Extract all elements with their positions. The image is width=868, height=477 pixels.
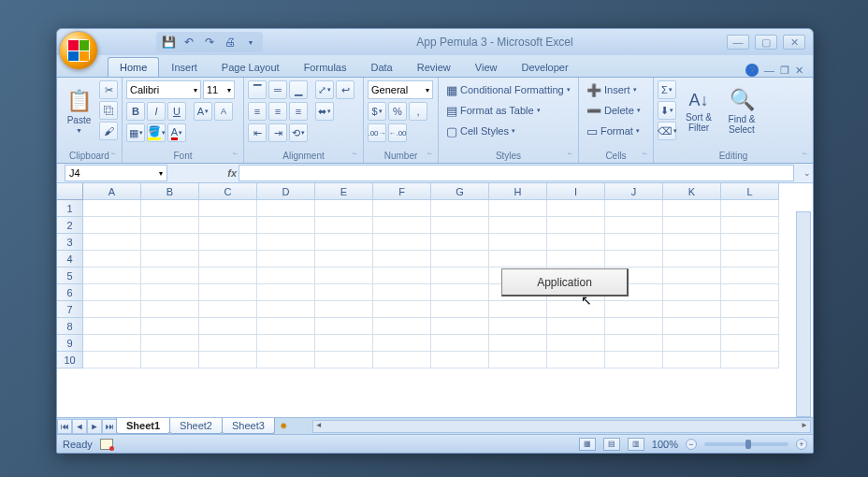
cell[interactable] xyxy=(431,200,489,217)
cell[interactable] xyxy=(605,251,663,267)
borders-button[interactable]: ▦ xyxy=(126,123,145,142)
cell[interactable] xyxy=(141,267,199,284)
row-header[interactable]: 7 xyxy=(57,301,83,318)
cell[interactable] xyxy=(721,217,779,234)
cell[interactable] xyxy=(663,352,721,369)
tab-formulas[interactable]: Formulas xyxy=(292,57,359,77)
cell[interactable] xyxy=(663,234,721,251)
vertical-scrollbar[interactable] xyxy=(796,211,811,417)
cell[interactable] xyxy=(83,335,141,352)
page-break-view-button[interactable]: ▥ xyxy=(628,438,644,451)
tab-review[interactable]: Review xyxy=(405,57,463,77)
cell[interactable] xyxy=(605,352,663,369)
name-box[interactable]: J4▾ xyxy=(65,165,167,181)
cell[interactable] xyxy=(83,234,141,251)
tab-insert[interactable]: Insert xyxy=(159,57,210,77)
cell[interactable] xyxy=(663,217,721,234)
sheet-tab-3[interactable]: Sheet3 xyxy=(222,418,275,434)
cell[interactable] xyxy=(547,251,605,267)
tab-data[interactable]: Data xyxy=(358,57,404,77)
decrease-decimal-button[interactable]: ←.00 xyxy=(388,123,407,142)
cell[interactable] xyxy=(141,200,199,217)
align-top-button[interactable]: ▔ xyxy=(248,80,267,99)
cell[interactable] xyxy=(257,301,315,318)
cell[interactable] xyxy=(489,318,547,335)
cell[interactable] xyxy=(257,234,315,251)
cell[interactable] xyxy=(199,267,257,284)
cell[interactable] xyxy=(547,200,605,217)
prev-sheet-button[interactable]: ◄ xyxy=(72,419,87,434)
redo-icon[interactable]: ↷ xyxy=(203,36,216,49)
first-sheet-button[interactable]: ⏮ xyxy=(57,419,72,434)
shrink-font-button[interactable]: A xyxy=(214,102,233,121)
column-header[interactable]: I xyxy=(547,183,605,200)
tab-developer[interactable]: Developer xyxy=(509,57,580,77)
row-header[interactable]: 2 xyxy=(57,217,83,234)
cell[interactable] xyxy=(257,352,315,369)
cell[interactable] xyxy=(605,301,663,318)
cell[interactable] xyxy=(547,318,605,335)
font-color-button[interactable]: A xyxy=(167,123,186,142)
cell[interactable] xyxy=(199,200,257,217)
cell[interactable] xyxy=(315,251,373,267)
cell[interactable] xyxy=(199,352,257,369)
cell[interactable] xyxy=(315,352,373,369)
row-header[interactable]: 9 xyxy=(57,335,83,352)
next-sheet-button[interactable]: ► xyxy=(87,419,102,434)
cell[interactable] xyxy=(431,352,489,369)
row-header[interactable]: 3 xyxy=(57,234,83,251)
cell[interactable] xyxy=(315,217,373,234)
cell[interactable] xyxy=(721,301,779,318)
column-header[interactable]: J xyxy=(605,183,663,200)
cell[interactable] xyxy=(663,267,721,284)
fx-icon[interactable]: fx xyxy=(227,167,237,179)
cell[interactable] xyxy=(547,352,605,369)
cell[interactable] xyxy=(489,251,547,267)
cell[interactable] xyxy=(141,217,199,234)
cell[interactable] xyxy=(373,234,431,251)
cell[interactable] xyxy=(431,284,489,301)
undo-icon[interactable]: ↶ xyxy=(182,36,195,49)
column-header[interactable]: L xyxy=(721,183,779,200)
tab-page-layout[interactable]: Page Layout xyxy=(210,57,292,77)
increase-decimal-button[interactable]: .00→ xyxy=(368,123,386,142)
conditional-formatting-button[interactable]: ▦Conditional Formatting▾ xyxy=(442,80,574,99)
wrap-text-button[interactable]: ↩ xyxy=(336,80,354,99)
tab-home[interactable]: Home xyxy=(108,57,159,77)
cell[interactable] xyxy=(373,217,431,234)
zoom-slider[interactable] xyxy=(704,442,788,446)
sheet-tab-2[interactable]: Sheet2 xyxy=(169,418,223,434)
align-bottom-button[interactable]: ▁ xyxy=(289,80,308,99)
column-header[interactable]: B xyxy=(141,183,199,200)
cell[interactable] xyxy=(257,217,315,234)
find-select-button[interactable]: 🔍Find & Select xyxy=(721,80,762,142)
cell[interactable] xyxy=(489,352,547,369)
cell[interactable] xyxy=(199,301,257,318)
column-header[interactable]: F xyxy=(373,183,431,200)
cell[interactable] xyxy=(83,284,141,301)
cell[interactable] xyxy=(431,217,489,234)
cell[interactable] xyxy=(431,318,489,335)
cell[interactable] xyxy=(257,251,315,267)
quickprint-icon[interactable]: 🖨 xyxy=(224,36,237,49)
cell[interactable] xyxy=(257,318,315,335)
format-as-table-button[interactable]: ▤Format as Table▾ xyxy=(442,101,574,120)
cell[interactable] xyxy=(257,267,315,284)
row-header[interactable]: 4 xyxy=(57,251,83,267)
sort-filter-button[interactable]: A↓Sort & Filter xyxy=(678,80,719,142)
cell[interactable] xyxy=(83,318,141,335)
cell[interactable] xyxy=(489,335,547,352)
cell[interactable] xyxy=(257,284,315,301)
cell[interactable] xyxy=(663,335,721,352)
cell[interactable] xyxy=(605,217,663,234)
zoom-out-button[interactable]: − xyxy=(686,439,697,450)
new-sheet-button[interactable]: ✸ xyxy=(275,421,292,431)
cell[interactable] xyxy=(373,284,431,301)
accounting-button[interactable]: $ xyxy=(368,102,386,121)
copy-button[interactable]: ⿻ xyxy=(99,101,118,120)
cell[interactable] xyxy=(141,301,199,318)
normal-view-button[interactable]: ▦ xyxy=(579,438,596,451)
cell[interactable] xyxy=(199,318,257,335)
cell[interactable] xyxy=(141,251,199,267)
format-painter-button[interactable]: 🖌 xyxy=(99,122,118,140)
